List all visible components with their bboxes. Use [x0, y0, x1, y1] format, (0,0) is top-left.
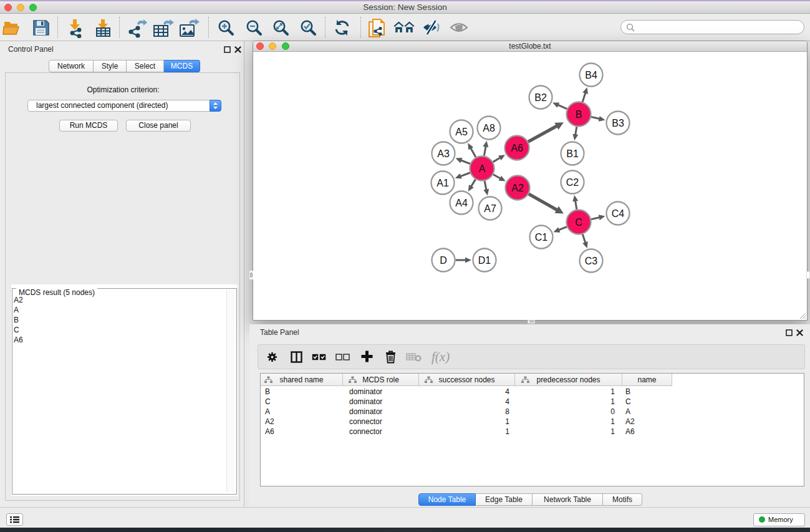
- svg-text:D1: D1: [478, 255, 491, 266]
- svg-text:C3: C3: [585, 256, 598, 266]
- svg-text:A1: A1: [436, 178, 449, 188]
- svg-text:A2: A2: [511, 183, 524, 193]
- svg-text:C1: C1: [535, 232, 548, 243]
- svg-text:C2: C2: [566, 177, 579, 188]
- svg-text:A4: A4: [455, 198, 468, 208]
- svg-text:C4: C4: [612, 208, 625, 219]
- svg-text:A8: A8: [483, 123, 495, 133]
- svg-text:B2: B2: [534, 92, 547, 103]
- svg-text:D: D: [440, 255, 447, 266]
- svg-text:A6: A6: [511, 143, 523, 153]
- svg-text:A5: A5: [455, 127, 468, 137]
- svg-text:B: B: [576, 109, 582, 120]
- svg-text:B1: B1: [566, 148, 579, 159]
- svg-text:B3: B3: [612, 118, 624, 128]
- svg-text:A: A: [479, 163, 486, 174]
- svg-text:A3: A3: [437, 148, 450, 159]
- svg-text:C: C: [575, 217, 582, 228]
- svg-text:B4: B4: [585, 70, 597, 80]
- svg-text:A7: A7: [484, 203, 496, 214]
